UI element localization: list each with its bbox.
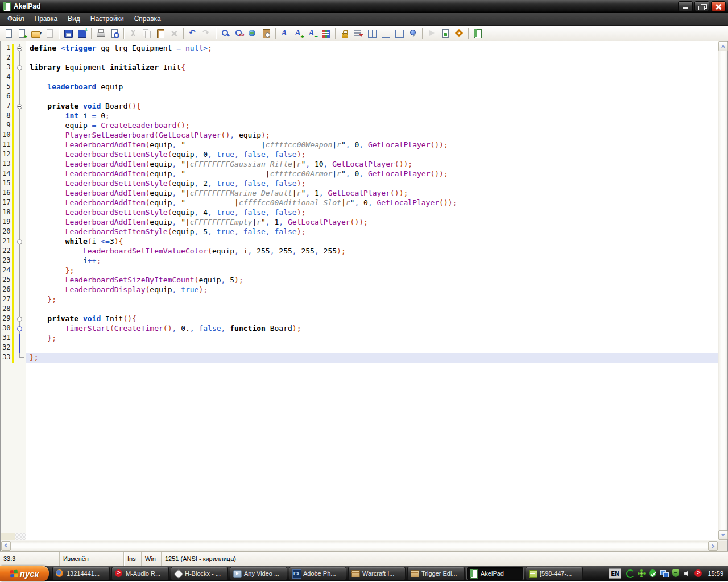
paste-button[interactable]: [154, 27, 167, 40]
code-line[interactable]: [30, 92, 718, 102]
font-increase-button[interactable]: [292, 27, 305, 40]
text-editor[interactable]: define <trigger gg_trg_Equipment = null>…: [26, 41, 718, 540]
minimize-button[interactable]: [678, 1, 693, 11]
delete-button[interactable]: [167, 27, 181, 40]
language-indicator[interactable]: EN: [609, 568, 621, 579]
code-line[interactable]: LeaderboardAddItem(equip, "|cFFFFFFFFMar…: [30, 189, 718, 198]
scroll-up-button[interactable]: [718, 41, 728, 51]
taskbar-button-m-audio-window[interactable]: M-Audio R...: [111, 567, 169, 580]
new-file-button[interactable]: [2, 27, 15, 40]
code-line[interactable]: [30, 73, 718, 82]
color-settings-button[interactable]: [319, 27, 333, 40]
word-wrap-button[interactable]: [351, 27, 365, 40]
code-line[interactable]: int i = 0;: [30, 111, 718, 121]
code-line[interactable]: LeaderboardAddItem(equip, "|cFFFFFFFFGau…: [30, 160, 718, 169]
replace-button[interactable]: [232, 27, 246, 40]
horizontal-scroll-track[interactable]: [11, 541, 708, 551]
cut-button[interactable]: [126, 27, 140, 40]
code-line[interactable]: };: [30, 334, 718, 343]
recent-files-button[interactable]: [259, 27, 273, 40]
taskbar-button-icq-window[interactable]: [598-447-...: [526, 567, 583, 580]
code-line[interactable]: [30, 343, 718, 353]
taskbar-button-any-video-window[interactable]: Any Video ...: [230, 567, 287, 580]
reopen-file-button[interactable]: [43, 27, 56, 40]
menu-item-1[interactable]: Файл: [2, 13, 30, 25]
notes-plugin-button[interactable]: [471, 27, 485, 40]
code-line[interactable]: LeaderboardSetItemStyle(equip, 2, true, …: [30, 179, 718, 189]
undo-button[interactable]: [186, 27, 200, 40]
fold-collapse-button[interactable]: [17, 46, 22, 51]
settings-button[interactable]: [452, 27, 466, 40]
always-on-top-pin-button[interactable]: [406, 27, 420, 40]
read-only-lock-button[interactable]: [338, 27, 351, 40]
save-all-button[interactable]: [75, 27, 89, 40]
code-line[interactable]: LeaderboardAddItem(equip, " |cffffcc00We…: [30, 140, 718, 150]
code-line[interactable]: PlayerSetLeaderboard(GetLocalPlayer(), e…: [30, 131, 718, 140]
fold-collapse-button[interactable]: [17, 65, 22, 70]
code-line[interactable]: i++;: [30, 256, 718, 266]
volume-tray-icon[interactable]: [682, 569, 692, 578]
scroll-left-button[interactable]: [1, 541, 11, 551]
font-decrease-button[interactable]: [305, 27, 319, 40]
taskbar-button-trigger-editor-window[interactable]: Trigger Edi...: [407, 567, 465, 580]
code-line[interactable]: };: [26, 353, 718, 363]
open-file-button[interactable]: ▾: [29, 27, 43, 40]
code-line[interactable]: LeaderboardSetItemValueColor(equip, i, 2…: [30, 247, 718, 256]
code-line[interactable]: LeaderboardSetItemStyle(equip, 0, true, …: [30, 150, 718, 160]
horizontal-scrollbar[interactable]: [0, 540, 728, 551]
menu-item-2[interactable]: Правка: [30, 13, 63, 25]
save-file-button[interactable]: [61, 27, 75, 40]
code-line[interactable]: leaderboard equip: [30, 82, 718, 92]
new-window-button[interactable]: [15, 27, 29, 40]
redo-button[interactable]: [200, 27, 213, 40]
code-line[interactable]: private void Board(){: [30, 102, 718, 111]
menu-item-4[interactable]: Настройки: [85, 13, 129, 25]
menu-item-5[interactable]: Справка: [129, 13, 166, 25]
split-window-horizontal-button[interactable]: [392, 27, 406, 40]
scroll-down-button[interactable]: [718, 530, 728, 540]
find-button[interactable]: [218, 27, 232, 40]
fold-collapse-button[interactable]: [17, 326, 22, 331]
code-line[interactable]: };: [30, 266, 718, 276]
scroll-right-button[interactable]: [708, 541, 718, 551]
network-connection-tray-icon[interactable]: [660, 569, 669, 578]
icq-flower-tray-icon[interactable]: [637, 569, 646, 578]
security-shield-tray-icon[interactable]: [671, 569, 680, 578]
code-line[interactable]: define <trigger gg_trg_Equipment = null>…: [30, 44, 718, 53]
vertical-scrollbar[interactable]: [718, 41, 727, 540]
code-line[interactable]: LeaderboardSetItemStyle(equip, 5, true, …: [30, 227, 718, 237]
split-window-4-button[interactable]: [365, 27, 379, 40]
execute-button[interactable]: [425, 27, 439, 40]
code-line[interactable]: [30, 305, 718, 314]
code-line[interactable]: [30, 53, 718, 63]
close-button[interactable]: [711, 1, 726, 11]
code-line[interactable]: LeaderboardDisplay(equip, true);: [30, 285, 718, 295]
split-window-vertical-button[interactable]: [379, 27, 392, 40]
code-line[interactable]: };: [30, 295, 718, 305]
taskbar-button-akelpad-window[interactable]: AkelPad: [466, 567, 524, 580]
antivirus-check-tray-icon[interactable]: [648, 569, 657, 578]
code-line[interactable]: library Equipment initializer Init{: [30, 63, 718, 73]
print-button[interactable]: [94, 27, 107, 40]
code-line[interactable]: equip = CreateLeaderboard();: [30, 121, 718, 131]
vertical-scroll-track[interactable]: [718, 51, 727, 530]
copy-button[interactable]: [140, 27, 154, 40]
akelpad-app-icon[interactable]: [2, 2, 11, 11]
taskbar-button-photoshop-window[interactable]: Adobe Ph...: [289, 567, 346, 580]
code-line[interactable]: private void Init(){: [30, 314, 718, 324]
scripts-plugin-button[interactable]: [439, 27, 452, 40]
code-line[interactable]: LeaderboardAddItem(equip, " |cffffcc00Ad…: [30, 198, 718, 208]
code-line[interactable]: TimerStart(CreateTimer(), 0., false, fun…: [30, 324, 718, 334]
code-line[interactable]: LeaderboardAddItem(equip, "|cFFFFFFFFEmp…: [30, 218, 718, 227]
find-in-files-button[interactable]: [246, 27, 259, 40]
print-preview-button[interactable]: [107, 27, 121, 40]
code-line[interactable]: while(i <=3){: [30, 237, 718, 247]
download-master-tray-icon[interactable]: [626, 569, 635, 578]
code-line[interactable]: LeaderboardAddItem(equip, " |cffffcc00Ar…: [30, 169, 718, 179]
start-button[interactable]: пуск: [0, 566, 49, 581]
fold-collapse-button[interactable]: [17, 317, 22, 322]
code-line[interactable]: LeaderboardSetSizeByItemCount(equip, 5);: [30, 276, 718, 285]
fold-collapse-button[interactable]: [17, 104, 22, 109]
code-line[interactable]: LeaderboardSetItemStyle(equip, 4, true, …: [30, 208, 718, 218]
fold-collapse-button[interactable]: [17, 239, 22, 244]
